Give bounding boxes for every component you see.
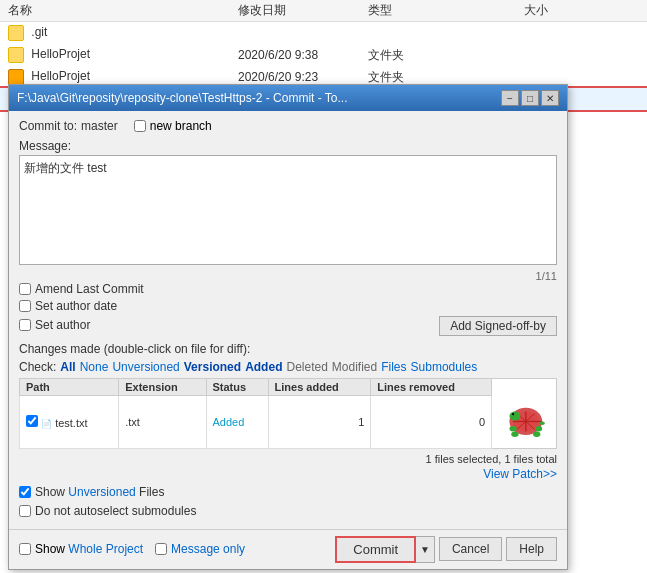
file-row-helloprojet1[interactable]: HelloProjet 2020/6/20 9:38 文件夹 bbox=[0, 44, 647, 66]
help-button[interactable]: Help bbox=[506, 537, 557, 561]
show-unversioned-label: Show Unversioned Files bbox=[35, 485, 164, 499]
dialog-body: Commit to: master new branch Message: 新增… bbox=[9, 111, 567, 529]
set-author-date-row: Set author date bbox=[19, 299, 557, 313]
status-added-label: Added bbox=[213, 416, 245, 428]
svg-point-11 bbox=[533, 431, 540, 436]
signed-off-button[interactable]: Add Signed-off-by bbox=[439, 316, 557, 336]
message-only-link[interactable]: Message only bbox=[171, 542, 245, 556]
file-name-helloprojet1: HelloProjet bbox=[8, 47, 238, 63]
commit-to-label: Commit to: bbox=[19, 119, 77, 133]
commit-btn-wrapper: Commit ▼ bbox=[335, 536, 435, 563]
set-author-date-checkbox[interactable] bbox=[19, 300, 31, 312]
commit-to-row: Commit to: master new branch bbox=[19, 119, 557, 133]
close-button[interactable]: ✕ bbox=[541, 90, 559, 106]
file-row-git[interactable]: .git bbox=[0, 22, 647, 44]
col-date-header: 修改日期 bbox=[238, 2, 368, 19]
message-only-label: Message only bbox=[171, 542, 245, 556]
amend-last-row: Amend Last Commit bbox=[19, 282, 557, 296]
commit-to-branch: master bbox=[81, 119, 118, 133]
file-date-helloprojet1: 2020/6/20 9:38 bbox=[238, 48, 368, 62]
svg-point-9 bbox=[535, 426, 542, 431]
files-table-container: Path Extension Status Lines added Lines … bbox=[19, 378, 557, 449]
restore-button[interactable]: □ bbox=[521, 90, 539, 106]
message-textarea[interactable]: 新增的文件 test bbox=[19, 155, 557, 265]
filter-files[interactable]: Files bbox=[381, 360, 406, 374]
cancel-button[interactable]: Cancel bbox=[439, 537, 502, 561]
char-count: 1/11 bbox=[19, 270, 557, 282]
footer-right: Commit ▼ Cancel Help bbox=[335, 536, 557, 563]
files-summary: 1 files selected, 1 files total bbox=[426, 453, 557, 465]
svg-point-6 bbox=[509, 411, 520, 420]
folder-icon-1 bbox=[8, 47, 24, 63]
dialog-title: F:\Java\Git\reposity\reposity-clone\Test… bbox=[17, 91, 501, 105]
row-checkbox-path: 📄 test.txt bbox=[20, 396, 119, 449]
explorer-header: 名称 修改日期 类型 大小 bbox=[0, 0, 647, 22]
view-patch-link[interactable]: View Patch>> bbox=[483, 467, 557, 481]
svg-point-10 bbox=[511, 431, 518, 436]
col-lines-added-header: Lines added bbox=[268, 379, 371, 396]
tortoise-logo-cell bbox=[492, 396, 557, 449]
svg-point-8 bbox=[509, 426, 516, 431]
col-name-header: 名称 bbox=[8, 2, 238, 19]
file-type-helloprojet1: 文件夹 bbox=[368, 47, 468, 64]
row-extension: .txt bbox=[119, 396, 206, 449]
table-row[interactable]: 📄 test.txt .txt Added 1 0 bbox=[20, 396, 557, 449]
no-autoselect-label: Do not autoselect submodules bbox=[35, 504, 196, 518]
new-branch-checkbox[interactable] bbox=[134, 120, 146, 132]
dialog-footer: Show Whole Project Message only Commit ▼… bbox=[9, 529, 567, 569]
footer-left: Show Whole Project bbox=[19, 542, 143, 556]
check-label: Check: bbox=[19, 360, 56, 374]
col-lines-removed-header: Lines removed bbox=[371, 379, 492, 396]
set-author-row: Set author bbox=[19, 318, 90, 332]
file-date-helloprojet2: 2020/6/20 9:23 bbox=[238, 70, 368, 84]
col-logo-header bbox=[492, 379, 557, 396]
col-path-header: Path bbox=[20, 379, 119, 396]
col-type-header: 类型 bbox=[368, 2, 468, 19]
commit-button[interactable]: Commit bbox=[335, 536, 416, 563]
amend-last-checkbox[interactable] bbox=[19, 283, 31, 295]
commit-dialog: F:\Java\Git\reposity\reposity-clone\Test… bbox=[8, 84, 568, 570]
unversioned-link[interactable]: Unversioned bbox=[68, 485, 135, 499]
show-unversioned-row: Show Unversioned Files bbox=[19, 485, 557, 499]
filter-row: Check: All None Unversioned Versioned Ad… bbox=[19, 360, 557, 374]
tortoise-logo bbox=[494, 396, 554, 446]
message-only-group: Message only bbox=[155, 542, 245, 556]
row-lines-added: 1 bbox=[268, 396, 371, 449]
amend-last-label: Amend Last Commit bbox=[35, 282, 144, 296]
set-author-date-label: Set author date bbox=[35, 299, 117, 313]
show-unversioned-checkbox[interactable] bbox=[19, 486, 31, 498]
filter-modified[interactable]: Modified bbox=[332, 360, 377, 374]
filter-none[interactable]: None bbox=[80, 360, 109, 374]
set-author-checkbox[interactable] bbox=[19, 319, 31, 331]
col-size-header: 大小 bbox=[468, 2, 548, 19]
filter-versioned[interactable]: Versioned bbox=[184, 360, 241, 374]
file-name-helloprojet2: HelloProjet bbox=[8, 69, 238, 85]
col-extension-header: Extension bbox=[119, 379, 206, 396]
filter-submodules[interactable]: Submodules bbox=[411, 360, 478, 374]
files-table: Path Extension Status Lines added Lines … bbox=[19, 378, 557, 449]
no-autoselect-row: Do not autoselect submodules bbox=[19, 504, 557, 518]
filter-added[interactable]: Added bbox=[245, 360, 282, 374]
commit-dropdown-arrow[interactable]: ▼ bbox=[416, 536, 435, 563]
new-branch-label: new branch bbox=[150, 119, 212, 133]
filter-unversioned[interactable]: Unversioned bbox=[112, 360, 179, 374]
whole-project-link[interactable]: Whole Project bbox=[68, 542, 143, 556]
minimize-button[interactable]: − bbox=[501, 90, 519, 106]
show-whole-project-label: Show Whole Project bbox=[35, 542, 143, 556]
svg-point-7 bbox=[512, 413, 514, 415]
changes-header: Changes made (double-click on file for d… bbox=[19, 342, 557, 356]
filter-deleted[interactable]: Deleted bbox=[286, 360, 327, 374]
bottom-options: Show Unversioned Files Do not autoselect… bbox=[19, 485, 557, 521]
svg-point-12 bbox=[539, 421, 544, 425]
row-path: test.txt bbox=[55, 417, 87, 429]
filter-all[interactable]: All bbox=[60, 360, 75, 374]
file-icon-row: 📄 bbox=[41, 419, 52, 429]
message-only-checkbox[interactable] bbox=[155, 543, 167, 555]
no-autoselect-checkbox[interactable] bbox=[19, 505, 31, 517]
show-whole-project-checkbox[interactable] bbox=[19, 543, 31, 555]
folder-icon-2 bbox=[8, 69, 24, 85]
row-check[interactable] bbox=[26, 415, 38, 427]
file-type-helloprojet2: 文件夹 bbox=[368, 69, 468, 86]
file-name-git: .git bbox=[8, 25, 238, 41]
dialog-titlebar: F:\Java\Git\reposity\reposity-clone\Test… bbox=[9, 85, 567, 111]
